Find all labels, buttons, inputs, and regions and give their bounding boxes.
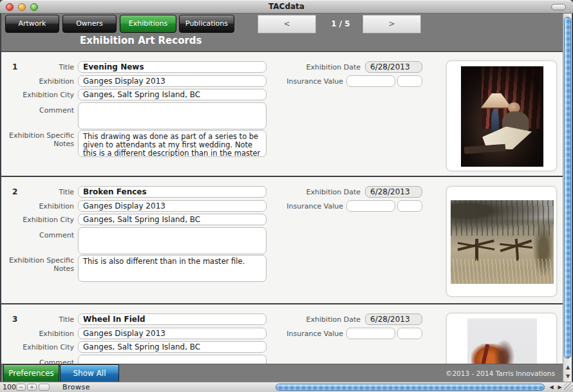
mode-popup[interactable]: Browse	[62, 383, 90, 391]
zoom-out-button[interactable]: −	[16, 384, 26, 391]
title-label: Title	[6, 315, 74, 324]
title-label: Title	[6, 188, 74, 196]
record-counter: 1 / 5	[321, 15, 361, 33]
exhibition-field[interactable]: Ganges Display 2013	[78, 328, 267, 339]
artwork-thumbnail-evening-news	[461, 66, 543, 167]
notes-label: Exhibition SpecificNotes	[6, 131, 74, 148]
exhibition-date-label: Exhibition Date	[278, 188, 361, 196]
horizontal-scrollbar-thumb[interactable]	[276, 384, 545, 391]
insurance-value-label: Insurance Value	[261, 77, 343, 86]
insurance-value-field[interactable]	[346, 328, 395, 339]
notes-field[interactable]: This is also different than in the maste…	[78, 255, 267, 282]
exhibition-date-field[interactable]: 6/28/2013	[365, 61, 422, 73]
scroll-right-icon[interactable]: ▶	[556, 384, 564, 391]
prev-record-button[interactable]: <	[258, 15, 316, 33]
vertical-scrollbar[interactable]: ▲ ▼	[563, 14, 572, 382]
scroll-down-icon[interactable]: ▼	[563, 372, 572, 380]
toolbar: Artwork Owners Exhibitions Publications …	[1, 14, 563, 52]
show-all-button[interactable]: Show All	[60, 364, 119, 382]
status-bar: 100 − + Browse ◀ ▶	[0, 382, 573, 392]
tab-publications[interactable]: Publications	[179, 15, 234, 33]
exhibition-city-field[interactable]: Ganges, Salt Spring Island, BC	[78, 214, 267, 225]
zoom-level: 100	[3, 383, 16, 391]
record-list: 1 Title Evening News Exhibition Ganges D…	[1, 52, 563, 364]
title-bar[interactable]: TACdata	[0, 0, 573, 14]
notes-label: Exhibition SpecificNotes	[6, 256, 74, 273]
resize-grip[interactable]	[564, 383, 572, 391]
next-record-button[interactable]: >	[362, 15, 421, 33]
artwork-container-field[interactable]	[446, 186, 557, 297]
title-field[interactable]: Evening News	[78, 61, 267, 73]
insurance-value-label: Insurance Value	[261, 330, 343, 338]
insurance-value-label: Insurance Value	[261, 202, 343, 210]
exhibition-city-field[interactable]: Ganges, Salt Spring Island, BC	[78, 89, 267, 100]
broken-gate-shape	[500, 238, 534, 261]
exhibition-label: Exhibition	[6, 202, 74, 210]
insurance-value-field-2[interactable]	[397, 200, 422, 212]
preferences-button[interactable]: Preferences	[3, 364, 59, 382]
broken-gate-shape	[458, 239, 495, 261]
exhibition-label: Exhibition	[6, 330, 74, 338]
title-field[interactable]: Broken Fences	[78, 186, 267, 198]
artwork-container-field[interactable]	[446, 313, 557, 364]
window-title: TACdata	[0, 0, 573, 13]
vertical-scrollbar-thumb[interactable]	[564, 17, 571, 359]
artwork-thumbnail-broken-fences	[451, 200, 554, 284]
exhibition-city-label: Exhibition City	[6, 91, 74, 99]
exhibition-city-field[interactable]: Ganges, Salt Spring Island, BC	[78, 341, 267, 353]
notes-field[interactable]: This drawing was done as part of a serie…	[78, 130, 267, 157]
insurance-value-field-2[interactable]	[397, 75, 422, 87]
insurance-value-field[interactable]	[346, 75, 395, 87]
record-row-2: 2 Title Broken Fences Exhibition Ganges …	[1, 177, 563, 304]
toolbar-toggle-icon[interactable]	[551, 4, 566, 10]
scroll-up-icon[interactable]: ▲	[563, 363, 572, 371]
record-row-1: 1 Title Evening News Exhibition Ganges D…	[1, 52, 563, 177]
record-row-3: 3 Title Wheel In Field Exhibition Ganges…	[1, 304, 563, 364]
tab-owners[interactable]: Owners	[62, 15, 117, 33]
comment-field[interactable]	[78, 227, 267, 254]
title-field[interactable]: Wheel In Field	[78, 313, 267, 325]
comment-label: Comment	[6, 359, 74, 364]
comment-field[interactable]	[78, 355, 267, 364]
zoom-in-button[interactable]: +	[27, 384, 37, 391]
window-controls	[6, 3, 38, 11]
exhibition-label: Exhibition	[6, 77, 74, 86]
artwork-container-field[interactable]	[446, 61, 557, 171]
zoom-window-icon[interactable]	[30, 3, 38, 11]
minimize-icon[interactable]	[18, 3, 26, 11]
insurance-value-field-2[interactable]	[397, 328, 422, 339]
comment-field[interactable]	[78, 102, 267, 129]
close-icon[interactable]	[6, 3, 14, 11]
title-label: Title	[6, 63, 74, 71]
window-frame-left	[0, 14, 1, 382]
page-title: Exhibition Art Records	[80, 35, 202, 46]
exhibition-date-field[interactable]: 6/28/2013	[365, 313, 422, 325]
grass-shape	[451, 259, 554, 284]
comment-label: Comment	[6, 231, 74, 239]
tab-artwork[interactable]: Artwork	[5, 15, 59, 33]
exhibition-date-field[interactable]: 6/28/2013	[365, 186, 422, 198]
artwork-thumbnail-wheel-in-field	[467, 319, 537, 364]
exhibition-date-label: Exhibition Date	[278, 63, 361, 71]
comment-label: Comment	[6, 106, 74, 115]
exhibition-field[interactable]: Ganges Display 2013	[78, 200, 267, 212]
exhibition-city-label: Exhibition City	[6, 216, 74, 224]
tab-exhibitions[interactable]: Exhibitions	[120, 15, 176, 33]
footer-bar: Preferences Show All ©2013 - 2014 Tarris…	[1, 364, 563, 382]
app-window: TACdata Artwork Owners Exhibitions Publi…	[0, 0, 573, 392]
exhibition-field[interactable]: Ganges Display 2013	[78, 75, 267, 87]
exhibition-date-label: Exhibition Date	[278, 315, 361, 324]
insurance-value-field[interactable]	[346, 200, 395, 212]
status-toolbar-toggle-icon[interactable]	[39, 384, 50, 391]
scroll-left-icon[interactable]: ◀	[547, 384, 556, 391]
copyright-text: ©2013 - 2014 Tarris Innovations	[446, 364, 555, 382]
exhibition-city-label: Exhibition City	[6, 343, 74, 351]
tree-shape	[494, 340, 514, 364]
